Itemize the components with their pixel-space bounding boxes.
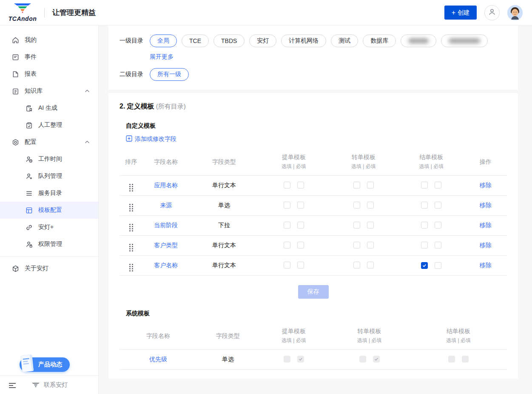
sidebar-item[interactable]: 工作时间: [0, 151, 98, 168]
header-left: TCAndon 让管理更精益: [7, 3, 96, 22]
ticket-required-checkbox[interactable]: [297, 222, 304, 228]
ticket-optional-checkbox[interactable]: [284, 262, 290, 268]
close-required-checkbox[interactable]: [435, 262, 441, 269]
tcandon-logo[interactable]: TCAndon: [7, 3, 38, 22]
field-name-link[interactable]: 客户类型: [154, 242, 178, 248]
field-type: 单行文本: [189, 236, 259, 256]
sidebar-item[interactable]: 关于安灯: [0, 260, 98, 277]
catalog-pill-redacted[interactable]: [401, 34, 436, 47]
sidebar-item-label: 安灯+: [38, 223, 90, 231]
sidebar-item[interactable]: AI 生成: [0, 100, 98, 117]
ticket-optional-checkbox[interactable]: [284, 242, 290, 248]
drag-handle-icon[interactable]: [129, 264, 133, 271]
field-name-link[interactable]: 来源: [160, 202, 172, 208]
field-name-link[interactable]: 优先级: [149, 356, 167, 363]
transfer-optional-checkbox[interactable]: [353, 202, 360, 208]
create-button[interactable]: + 创建: [444, 6, 477, 20]
catalog-pill[interactable]: 全局: [150, 34, 177, 47]
transfer-optional-checkbox: [359, 356, 366, 363]
ticket-optional-checkbox[interactable]: [284, 202, 290, 208]
transfer-required-checkbox[interactable]: [367, 262, 374, 268]
field-name-link[interactable]: 客户名称: [154, 262, 178, 268]
system-field-row: 优先级单选: [119, 350, 507, 370]
transfer-optional-checkbox[interactable]: [353, 262, 360, 268]
sidebar: 我的事件报表知识库AI 生成人工整理配置工作时间队列管理服务目录模板配置安灯+权…: [0, 26, 99, 394]
add-field-link[interactable]: 添加或修改字段: [126, 135, 176, 143]
transfer-required-checkbox[interactable]: [367, 242, 374, 248]
sidebar-item[interactable]: 事件: [0, 49, 98, 66]
transfer-optional-checkbox[interactable]: [353, 182, 360, 188]
transfer-optional-checkbox[interactable]: [353, 242, 360, 248]
sidebar-item[interactable]: 队列管理: [0, 168, 98, 185]
expand-more-link[interactable]: 展开更多: [150, 53, 174, 61]
catalog-pill[interactable]: 安灯: [249, 34, 276, 47]
drag-handle-icon[interactable]: [129, 184, 133, 191]
ticket-optional-checkbox[interactable]: [284, 222, 290, 228]
remove-link[interactable]: 移除: [480, 202, 492, 208]
sidebar-item[interactable]: 报表: [0, 66, 98, 83]
user-avatar[interactable]: [507, 5, 523, 20]
catalog-pill-redacted[interactable]: [441, 34, 488, 47]
profile-button[interactable]: [484, 5, 500, 20]
add-square-icon: [126, 135, 132, 143]
product-news-badge[interactable]: 产品动态: [20, 357, 70, 372]
tagline: 让管理更精益: [52, 8, 96, 17]
catalog-pill[interactable]: 所有一级: [150, 68, 189, 81]
close-required-checkbox[interactable]: [435, 242, 441, 248]
catalog-pill[interactable]: TBDS: [213, 34, 245, 47]
home-icon: [11, 36, 19, 44]
remove-link[interactable]: 移除: [480, 242, 492, 248]
sidebar-item[interactable]: 安灯+: [0, 219, 98, 236]
chevron-up-icon[interactable]: [85, 140, 90, 144]
contact-link[interactable]: 联系安灯: [44, 381, 68, 389]
add-field-label: 添加或修改字段: [135, 135, 176, 143]
brand-name: TCAndon: [9, 15, 37, 22]
ticket-required-checkbox[interactable]: [297, 202, 304, 208]
drag-handle-icon[interactable]: [129, 204, 133, 211]
field-name-link[interactable]: 当前阶段: [154, 222, 178, 228]
collapse-sidebar-icon[interactable]: [9, 382, 16, 388]
ticket-required-checkbox[interactable]: [297, 242, 304, 248]
catalog-pill[interactable]: TCE: [182, 34, 209, 47]
close-required-checkbox[interactable]: [435, 182, 441, 188]
checkbox-pair: [353, 222, 374, 228]
remove-link[interactable]: 移除: [480, 222, 492, 228]
remove-link[interactable]: 移除: [480, 262, 492, 268]
close-required-checkbox[interactable]: [435, 202, 441, 208]
drag-handle-icon[interactable]: [129, 224, 133, 231]
sidebar-item[interactable]: 服务目录: [0, 185, 98, 202]
drag-handle-icon[interactable]: [129, 244, 133, 251]
remove-link[interactable]: 移除: [480, 182, 492, 188]
close-optional-checkbox[interactable]: [421, 242, 428, 248]
sidebar-item[interactable]: 我的: [0, 31, 98, 49]
col-ticket-template: 提单模板 选填 | 必填: [259, 149, 329, 176]
close-optional-checkbox[interactable]: [421, 202, 428, 208]
close-optional-checkbox[interactable]: [421, 182, 428, 188]
col-sort: 排序: [119, 149, 143, 176]
transfer-optional-checkbox[interactable]: [353, 222, 360, 228]
queue-icon: [25, 172, 33, 180]
col-field-name: 字段名称: [119, 323, 197, 350]
catalog-pill[interactable]: 数据库: [363, 34, 396, 47]
transfer-required-checkbox[interactable]: [367, 202, 374, 208]
ai-generate-icon: [25, 104, 33, 112]
close-required-checkbox[interactable]: [435, 222, 441, 228]
secondary-catalog-row: 二级目录 所有一级: [119, 68, 507, 81]
sidebar-item[interactable]: 模板配置: [0, 202, 98, 219]
transfer-required-checkbox[interactable]: [367, 182, 374, 188]
field-name-link[interactable]: 应用名称: [154, 182, 178, 188]
save-button[interactable]: 保存: [298, 285, 329, 299]
sidebar-item[interactable]: 知识库: [0, 83, 98, 100]
sidebar-item[interactable]: 人工整理: [0, 117, 98, 134]
catalog-pill[interactable]: 计算机网络: [281, 34, 326, 47]
sidebar-item[interactable]: 权限管理: [0, 236, 98, 253]
close-optional-checkbox[interactable]: [421, 222, 428, 228]
ticket-required-checkbox[interactable]: [297, 262, 304, 268]
sidebar-item[interactable]: 配置: [0, 134, 98, 151]
transfer-required-checkbox[interactable]: [367, 222, 374, 228]
chevron-up-icon[interactable]: [85, 89, 90, 93]
close-optional-checkbox[interactable]: [421, 262, 428, 269]
catalog-pill[interactable]: 测试: [331, 34, 358, 47]
ticket-optional-checkbox[interactable]: [284, 182, 290, 188]
ticket-required-checkbox[interactable]: [297, 182, 304, 188]
